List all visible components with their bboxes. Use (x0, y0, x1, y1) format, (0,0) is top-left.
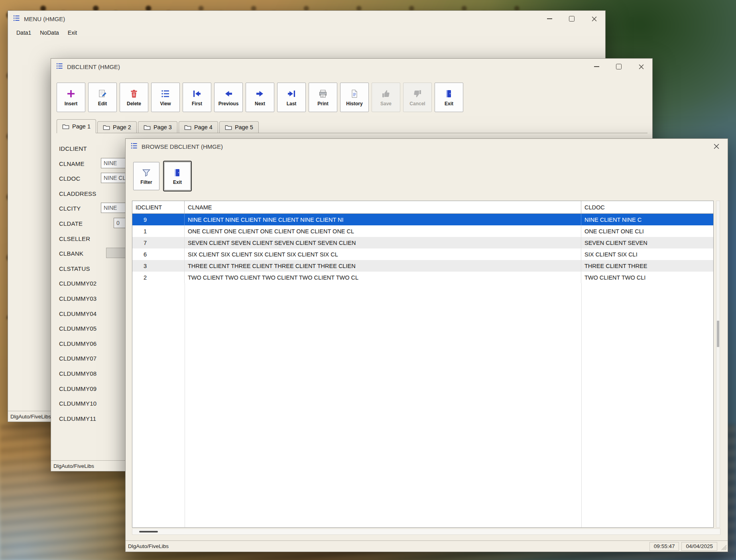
horizontal-scrollbar-thumb[interactable] (139, 531, 158, 532)
table-row[interactable]: 9 NINE CLIENT NINE CLIENT NINE CLIENT NI… (132, 214, 713, 225)
field-cldummy08: CLDUMMY08 (59, 367, 96, 379)
vertical-scrollbar-thumb[interactable] (717, 321, 719, 347)
menu-item-data1[interactable]: Data1 (12, 28, 35, 37)
browse-window-controls (705, 139, 728, 154)
browse-window-title: BROWSE DBCLIENT (HMGE) (142, 143, 223, 150)
exit-door-icon (173, 167, 182, 178)
table-row[interactable]: 3 THREE CLIENT THREE CLIENT THREE CLIENT… (132, 260, 713, 272)
field-cldummy06: CLDUMMY06 (59, 337, 96, 349)
column-header-idclient[interactable]: IDCLIENT (132, 201, 185, 213)
app-list-icon (13, 14, 20, 24)
close-button[interactable] (705, 139, 728, 154)
table-row[interactable]: 6 SIX CLIENT SIX CLIENT SIX CLIENT SIX C… (132, 248, 713, 260)
field-clname: CLNAMENINE (59, 158, 85, 170)
menu-window-title: MENU (HMGE) (24, 16, 65, 22)
field-cldummy04: CLDUMMY04 (59, 308, 96, 319)
filter-button[interactable]: Filter (133, 162, 159, 190)
field-cldoc: CLDOCNINE CL (59, 172, 81, 184)
menu-bar: Data1 NoData Exit (8, 27, 605, 39)
browse-window-titlebar[interactable]: BROWSE DBCLIENT (HMGE) (126, 139, 728, 154)
column-header-clname[interactable]: CLNAME (185, 201, 581, 213)
field-cldummy03: CLDUMMY03 (59, 292, 96, 304)
app-list-icon (130, 142, 138, 151)
close-icon (714, 144, 719, 149)
tab-page-1[interactable]: Page 1 (57, 119, 96, 133)
table-empty-area (132, 283, 713, 527)
client-table: IDCLIENT CLNAME CLDOC 9 NINE CLIENT NINE… (132, 201, 714, 528)
table-row[interactable]: 7 SEVEN CLIENT SEVEN CLIENT SEVEN CLIENT… (132, 237, 713, 248)
field-cldate: CLDATE0 (59, 217, 83, 229)
minimize-icon (547, 18, 552, 19)
menu-window-titlebar[interactable]: MENU (HMGE) (8, 11, 605, 27)
field-cldummy09: CLDUMMY09 (59, 383, 96, 394)
dbclient-status-text: DlgAuto/FiveLibs (53, 463, 94, 469)
resize-grip[interactable] (720, 542, 727, 550)
field-cldummy05: CLDUMMY05 (59, 322, 96, 334)
field-clbank: CLBANK (59, 247, 83, 259)
filter-icon (142, 167, 151, 178)
menu-item-nodata[interactable]: NoData (35, 28, 63, 37)
field-idclient: IDCLIENT (59, 142, 87, 154)
field-cldummy10: CLDUMMY10 (59, 397, 96, 409)
close-icon (592, 16, 597, 22)
status-date: 04/04/2025 (681, 542, 717, 551)
menu-item-exit[interactable]: Exit (63, 28, 81, 37)
maximize-button[interactable] (561, 11, 583, 27)
close-button[interactable] (583, 11, 605, 27)
browse-status-text: DlgAuto/FiveLibs (128, 543, 649, 549)
table-header: IDCLIENT CLNAME CLDOC (132, 201, 713, 214)
vertical-scrollbar[interactable] (716, 201, 720, 528)
table-row[interactable]: 2 TWO CLIENT TWO CLIENT TWO CLIENT TWO C… (132, 272, 713, 283)
browse-status-bar: DlgAuto/FiveLibs 09:55:47 04/04/2025 (126, 540, 728, 552)
folder-icon (62, 124, 69, 130)
focused-button-ring: Exit (163, 161, 192, 191)
exit-button[interactable]: Exit (164, 162, 191, 190)
menu-window-controls (538, 11, 605, 27)
table-row[interactable]: 1 ONE CLIENT ONE CLIENT ONE CLIENT ONE C… (132, 225, 713, 237)
field-cldummy07: CLDUMMY07 (59, 352, 96, 364)
browse-toolbar: Filter Exit (133, 162, 192, 191)
field-clcity: CLCITYNINE (59, 202, 81, 214)
field-clseller: CLSELLER (59, 233, 90, 245)
browse-window: BROWSE DBCLIENT (HMGE) Filter Exit I (125, 138, 728, 552)
field-claddress: CLADDRESS (59, 187, 96, 199)
field-cldummy11: CLDUMMY11 (59, 412, 96, 424)
desktop: MENU (HMGE) Data1 NoData Exit DlgAuto/Fi… (0, 0, 736, 560)
column-header-cldoc[interactable]: CLDOC (581, 201, 714, 213)
status-time: 09:55:47 (649, 542, 679, 551)
field-cldummy02: CLDUMMY02 (59, 277, 96, 289)
horizontal-scrollbar[interactable] (132, 528, 720, 535)
field-clstatus: CLSTATUS (59, 262, 90, 274)
minimize-button[interactable] (538, 11, 561, 27)
maximize-icon (569, 16, 575, 22)
menu-status-text: DlgAuto/FiveLibs (10, 414, 51, 420)
